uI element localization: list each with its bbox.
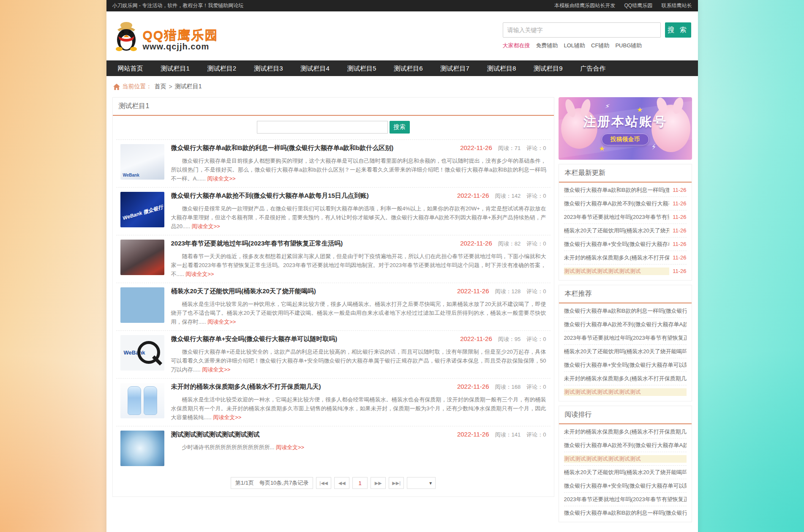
sidebar-article-link[interactable]: 微众银行大额存单a款和B款的利息一样吗(微众银行 <box>564 509 687 517</box>
nav-item-cat5[interactable]: 测试栏目5 <box>338 60 385 76</box>
article-title-link[interactable]: 测试测试测试测试测试测试测试 <box>171 431 260 439</box>
sidebar-article-link[interactable]: 测试测试测试测试测试测试测试 <box>564 455 687 463</box>
panel-search-button[interactable]: 搜索 <box>390 121 410 134</box>
list-item[interactable]: 微众银行大额存单a款和B款的利息一样吗(微11-26 <box>564 183 687 197</box>
sidebar-article-link[interactable]: 未开封的桶装水保质期多久(桶装水不打开保质期几 <box>564 428 687 436</box>
list-item[interactable]: 2023年春节还要就地过年吗(2023年春节有望恢复正 <box>564 493 687 506</box>
article-title-link[interactable]: 微众银行大额存单+安全吗(微众银行大额存单可以随时取吗) <box>171 335 338 343</box>
read-more-link[interactable]: 阅读全文>> <box>207 319 236 325</box>
nav-item-cat1[interactable]: 测试栏目1 <box>152 60 199 76</box>
sidebar-article-link[interactable]: 桶装水20天了还能饮用吗(桶装水20天了烧开能喝吗) <box>564 348 687 355</box>
sidebar-article-link[interactable]: 2023年春节还要就地过年吗(2023年春节有望恢复正 <box>564 334 687 342</box>
sidebar-article-link[interactable]: 微众银行大额存单+安全吗(微众银行大额存单可以随 <box>564 361 687 369</box>
hot-search-item[interactable]: LOL辅助 <box>564 42 586 49</box>
article-meta: 2022-11-26 阅读：142 评论：0 <box>457 192 546 200</box>
topbar-link-template-author[interactable]: 本模板由猎鹰乐园站长开发 <box>554 3 615 8</box>
sidebar-article-link[interactable]: 微众银行大额存单A款抢不到(微众银行大额存单A款 <box>564 442 687 449</box>
article-reads: 阅读：95 <box>498 336 521 343</box>
read-more-link[interactable]: 阅读全文>> <box>213 414 241 420</box>
nav-item-cat4[interactable]: 测试栏目4 <box>292 60 338 76</box>
pagination-first-button[interactable]: |◀◀ <box>316 477 331 489</box>
list-item[interactable]: 微众银行大额存单A款抢不到(微众银行大额存11-26 <box>564 197 687 210</box>
pagination-next-button[interactable]: ▶▶ <box>371 477 386 489</box>
read-more-link[interactable]: 阅读全文>> <box>207 175 235 182</box>
panel-search-input[interactable] <box>257 121 388 134</box>
list-item[interactable]: 微众银行大额存单a款和B款的利息一样吗(微众银行 <box>564 506 687 519</box>
sidebar-article-link[interactable]: 未开封的桶装水保质期多久(桶装水不打开保质期几 <box>564 375 687 382</box>
sidebar-article-link[interactable]: 微众银行大额存单+安全吗(微众银行大额存单 <box>564 240 670 248</box>
topbar-link-contact[interactable]: 联系猎鹰站长 <box>662 3 692 8</box>
list-item[interactable]: 微众银行大额存单+安全吗(微众银行大额存单可以随 <box>564 479 687 493</box>
sidebar-article-link[interactable]: 微众银行大额存单A款抢不到(微众银行大额存 <box>564 200 670 207</box>
sidebar-article-link[interactable]: 未开封的桶装水保质期多久(桶装水不打开保 <box>564 254 670 262</box>
pagination-last-button[interactable]: ▶▶| <box>389 477 404 489</box>
article-title-link[interactable]: 微众银行大额存单a款和B款的利息一样吗(微众银行大额存单a款和b款什么区别) <box>171 144 394 152</box>
register-banner[interactable]: ⚡ ⚡ ★ ★ 注册本站账号 投稿领金币 <box>559 97 692 160</box>
article-title-link[interactable]: 2023年春节还要就地过年吗(2023年春节有望恢复正常生活吗) <box>171 240 343 248</box>
list-item[interactable]: 桶装水20天了还能饮用吗(桶装水20天了烧开能喝吗) <box>564 345 687 358</box>
nav-item-cat3[interactable]: 测试栏目3 <box>245 60 292 76</box>
nav-item-cat8[interactable]: 测试栏目8 <box>478 60 525 76</box>
list-item[interactable]: 未开封的桶装水保质期多久(桶装水不打开保质期几 <box>564 372 687 385</box>
article-title-link[interactable]: 微众银行大额存单A款抢不到(微众银行大额存单A款每月15日几点到账) <box>171 192 369 200</box>
article-thumbnail[interactable]: WeBank 微众银行 <box>120 192 164 227</box>
sidebar-article-link[interactable]: 微众银行大额存单+安全吗(微众银行大额存单可以随 <box>564 482 687 490</box>
reading-rank-title: 阅读排行 <box>559 406 692 424</box>
list-item[interactable]: 微众银行大额存单+安全吗(微众银行大额存单11-26 <box>564 237 687 251</box>
article-thumbnail[interactable] <box>120 431 164 466</box>
sidebar-article-link[interactable]: 测试测试测试测试测试测试测试 <box>564 388 687 396</box>
hot-search-item[interactable]: 免费辅助 <box>536 42 558 49</box>
article-thumbnail[interactable] <box>120 287 164 323</box>
page-select-dropdown[interactable]: ▼ <box>407 477 436 489</box>
nav-item-cat6[interactable]: 测试栏目6 <box>385 60 431 76</box>
sidebar-article-link[interactable]: 微众银行大额存单A款抢不到(微众银行大额存单A款 <box>564 321 687 328</box>
read-more-link[interactable]: 阅读全文>> <box>202 366 230 373</box>
list-item[interactable]: 桶装水20天了还能饮用吗(桶装水20天了烧开能喝吗) <box>564 466 687 479</box>
article-thumbnail[interactable] <box>120 240 164 275</box>
list-item[interactable]: 测试测试测试测试测试测试测试11-26 <box>564 265 687 278</box>
article-title-link[interactable]: 未开封的桶装水保质期多久(桶装水不打开保质期几天) <box>171 383 321 391</box>
list-item[interactable]: 未开封的桶装水保质期多久(桶装水不打开保质期几 <box>564 425 687 439</box>
sidebar-article-link[interactable]: 2023年春节还要就地过年吗(2023年春节有望 <box>564 213 670 221</box>
list-item[interactable]: 微众银行大额存单+安全吗(微众银行大额存单可以随 <box>564 358 687 372</box>
list-item[interactable]: 2023年春节还要就地过年吗(2023年春节有望恢复正 <box>564 331 687 345</box>
sidebar-article-date: 11-26 <box>673 214 686 220</box>
sidebar-article-link[interactable]: 桶装水20天了还能饮用吗(桶装水20天了烧开能喝吗) <box>564 469 687 476</box>
article-thumbnail[interactable]: WeBank <box>120 335 164 371</box>
read-more-link[interactable]: 阅读全文>> <box>185 271 214 277</box>
hot-search-item[interactable]: CF辅助 <box>591 42 609 49</box>
read-more-link[interactable]: 阅读全文>> <box>192 223 220 229</box>
list-item[interactable]: 微众银行大额存单A款抢不到(微众银行大额存单A款 <box>564 439 687 452</box>
sidebar-article-link[interactable]: 桶装水20天了还能饮用吗(桶装水20天了烧开 <box>564 227 670 235</box>
breadcrumb-current[interactable]: 测试栏目1 <box>175 83 202 90</box>
list-item[interactable]: 测试测试测试测试测试测试测试 <box>564 452 687 466</box>
list-item[interactable]: 未开封的桶装水保质期多久(桶装水不打开保11-26 <box>564 251 687 265</box>
nav-item-home[interactable]: 网站首页 <box>109 60 152 76</box>
search-button[interactable]: 搜 索 <box>665 22 691 38</box>
article-thumbnail[interactable] <box>120 383 164 418</box>
list-item[interactable]: 测试测试测试测试测试测试测试 <box>564 385 687 398</box>
sidebar-article-link[interactable]: 微众银行大额存单a款和B款的利息一样吗(微 <box>564 186 670 194</box>
list-item[interactable]: 桶装水20天了还能饮用吗(桶装水20天了烧开11-26 <box>564 224 687 237</box>
sidebar-article-link[interactable]: 微众银行大额存单a款和B款的利息一样吗(微众银行 <box>564 307 687 315</box>
nav-item-cat2[interactable]: 测试栏目2 <box>199 60 245 76</box>
nav-item-cat7[interactable]: 测试栏目7 <box>432 60 478 76</box>
read-more-link[interactable]: 阅读全文>> <box>276 444 304 450</box>
breadcrumb-home-link[interactable]: 首页 <box>155 83 166 90</box>
list-item[interactable]: 微众银行大额存单A款抢不到(微众银行大额存单A款 <box>564 318 687 331</box>
nav-item-ads[interactable]: 广告合作 <box>572 60 615 76</box>
article-title-link[interactable]: 桶装水20天了还能饮用吗(桶装水20天了烧开能喝吗) <box>171 287 316 295</box>
list-item[interactable]: 2023年春节还要就地过年吗(2023年春节有望11-26 <box>564 210 687 224</box>
article-thumbnail[interactable]: WeBank <box>120 144 164 180</box>
pagination-prev-button[interactable]: ◀◀ <box>334 477 349 489</box>
article-item: WeBank 微众银行大额存单+安全吗(微众银行大额存单可以随时取吗) 2022… <box>116 331 551 379</box>
list-item[interactable]: 微众银行大额存单a款和B款的利息一样吗(微众银行 <box>564 304 687 318</box>
sidebar-article-link[interactable]: 2023年春节还要就地过年吗(2023年春节有望恢复正 <box>564 496 687 503</box>
site-logo[interactable]: QQ猎鹰乐园 www.qcjjh.com <box>113 20 218 52</box>
nav-item-cat9[interactable]: 测试栏目9 <box>525 60 571 76</box>
search-input[interactable] <box>503 22 661 38</box>
topbar-link-site[interactable]: QQ猎鹰乐园 <box>624 3 652 8</box>
sidebar-article-link[interactable]: 测试测试测试测试测试测试测试 <box>564 267 670 275</box>
pagination-current-page[interactable]: 1 <box>352 477 368 489</box>
hot-search-item[interactable]: PUBG辅助 <box>615 42 642 49</box>
